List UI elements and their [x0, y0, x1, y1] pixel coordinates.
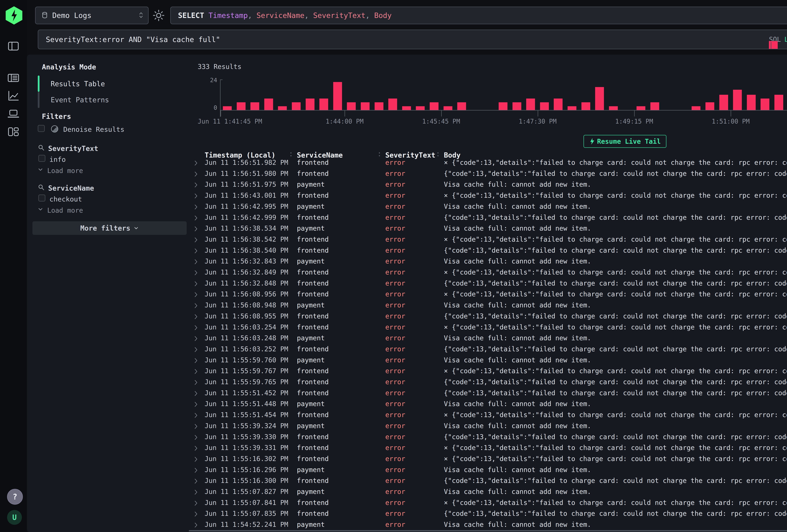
logo-icon[interactable]: [6, 6, 22, 25]
row-expand-icon[interactable]: [194, 489, 199, 494]
row-expand-icon[interactable]: [194, 434, 199, 440]
search-icon[interactable]: [38, 144, 45, 152]
chart-bars[interactable]: [220, 80, 787, 110]
row-expand-icon[interactable]: [194, 467, 199, 472]
row-expand-icon[interactable]: [194, 236, 199, 242]
log-row[interactable]: Jun 11 1:56:32.849 PMfrontenderror× {"co…: [189, 267, 787, 278]
mode-results-table[interactable]: Results Table: [51, 80, 105, 88]
row-expand-icon[interactable]: [194, 302, 199, 308]
row-expand-icon[interactable]: [194, 258, 199, 264]
log-row[interactable]: Jun 11 1:56:42.995 PMpaymenterrorVisa ca…: [189, 201, 787, 212]
log-row[interactable]: Jun 11 1:55:59.765 PMfrontenderror{"code…: [189, 376, 787, 387]
service-checkout-checkbox[interactable]: [38, 194, 45, 201]
gear-icon[interactable]: [153, 10, 164, 21]
service-load-more[interactable]: Load more: [47, 207, 83, 214]
severity-info-checkbox[interactable]: [38, 155, 45, 162]
mode-event-patterns[interactable]: Event Patterns: [51, 96, 109, 104]
row-expand-icon[interactable]: [194, 412, 199, 418]
row-expand-icon[interactable]: [194, 171, 199, 176]
horizontal-scrollbar[interactable]: [189, 530, 787, 531]
search-icon[interactable]: [38, 184, 45, 192]
row-expand-icon[interactable]: [194, 390, 199, 396]
row-expand-icon[interactable]: [194, 456, 199, 462]
log-row[interactable]: Jun 11 1:55:16.302 PMfrontenderror× {"co…: [189, 453, 787, 464]
log-row[interactable]: Jun 11 1:56:42.999 PMfrontenderror{"code…: [189, 212, 787, 223]
log-row[interactable]: Jun 11 1:56:03.252 PMfrontenderror{"code…: [189, 343, 787, 355]
log-row[interactable]: Jun 11 1:56:32.848 PMfrontenderror{"code…: [189, 278, 787, 289]
row-expand-icon[interactable]: [194, 269, 199, 275]
select-query-input[interactable]: SELECT Timestamp, ServiceName, SeverityT…: [170, 7, 787, 24]
log-row[interactable]: Jun 11 1:56:43.001 PMfrontenderror× {"co…: [189, 190, 787, 201]
log-row[interactable]: Jun 11 1:55:39.331 PMfrontenderror× {"co…: [189, 442, 787, 453]
log-row[interactable]: Jun 11 1:56:32.843 PMpaymenterrorVisa ca…: [189, 256, 787, 267]
row-expand-icon[interactable]: [194, 324, 199, 330]
log-row[interactable]: Jun 11 1:55:07.841 PMfrontenderror× {"co…: [189, 497, 787, 508]
row-expand-icon[interactable]: [194, 335, 199, 341]
log-row[interactable]: Jun 11 1:55:59.767 PMfrontenderror× {"co…: [189, 365, 787, 376]
row-expand-icon[interactable]: [194, 401, 199, 407]
log-row[interactable]: Jun 11 1:55:07.827 PMpaymenterrorVisa ca…: [189, 486, 787, 497]
more-filters-button[interactable]: More filters: [33, 221, 187, 235]
row-expand-icon[interactable]: [194, 192, 199, 198]
logs-icon[interactable]: [7, 71, 20, 85]
log-row[interactable]: Jun 11 1:55:07.835 PMfrontenderror{"code…: [189, 508, 787, 519]
column-dots-icon[interactable]: [291, 152, 292, 153]
row-expand-icon[interactable]: [194, 368, 199, 374]
log-row[interactable]: Jun 11 1:55:51.454 PMfrontenderror× {"co…: [189, 409, 787, 420]
row-expand-icon[interactable]: [194, 357, 199, 363]
denoise-checkbox[interactable]: [38, 125, 45, 132]
log-row[interactable]: Jun 11 1:55:39.324 PMpaymenterrorVisa ca…: [189, 420, 787, 431]
dashboard-icon[interactable]: [7, 125, 20, 139]
log-row[interactable]: Jun 11 1:56:38.542 PMfrontenderror× {"co…: [189, 234, 787, 245]
row-expand-icon[interactable]: [194, 511, 199, 516]
column-dots-icon[interactable]: [379, 152, 380, 153]
log-row[interactable]: Jun 11 1:55:16.300 PMfrontenderror{"code…: [189, 475, 787, 486]
row-expand-icon[interactable]: [194, 280, 199, 286]
severity-load-more[interactable]: Load more: [47, 167, 83, 174]
row-expand-icon[interactable]: [194, 159, 199, 165]
row-expand-icon[interactable]: [194, 522, 199, 527]
row-expand-icon[interactable]: [194, 500, 199, 505]
query-language-toggle[interactable]: SQL | Lucene: [769, 36, 787, 43]
log-row[interactable]: Jun 11 1:56:51.982 PMfrontenderror× {"co…: [189, 157, 787, 168]
resume-live-tail-button[interactable]: Resume Live Tail: [583, 135, 666, 148]
search-input[interactable]: SeverityText:error AND "Visa cache full"…: [38, 29, 787, 49]
row-expand-icon[interactable]: [194, 248, 199, 253]
service-checkout-label[interactable]: checkout: [49, 195, 82, 203]
log-row[interactable]: Jun 11 1:56:38.534 PMpaymenterrorVisa ca…: [189, 223, 787, 234]
log-row[interactable]: Jun 11 1:56:38.540 PMfrontenderror{"code…: [189, 245, 787, 256]
row-expand-icon[interactable]: [194, 226, 199, 231]
column-dots-icon[interactable]: [438, 152, 439, 153]
row-expand-icon[interactable]: [194, 445, 199, 450]
row-expand-icon[interactable]: [194, 313, 199, 319]
log-row[interactable]: Jun 11 1:56:51.980 PMfrontenderror{"code…: [189, 168, 787, 179]
filter-group-severitytext[interactable]: SeverityText: [48, 145, 98, 152]
row-expand-icon[interactable]: [194, 346, 199, 352]
row-expand-icon[interactable]: [194, 215, 199, 220]
log-row[interactable]: Jun 11 1:54:52.241 PMpaymenterrorVisa ca…: [189, 519, 787, 530]
row-expand-icon[interactable]: [194, 423, 199, 429]
source-select[interactable]: Demo Logs: [35, 7, 149, 24]
log-row[interactable]: Jun 11 1:56:51.975 PMpaymenterrorVisa ca…: [189, 179, 787, 190]
log-row[interactable]: Jun 11 1:55:39.330 PMfrontenderror{"code…: [189, 431, 787, 442]
panel-icon[interactable]: [7, 39, 20, 53]
log-row[interactable]: Jun 11 1:56:03.254 PMfrontenderror× {"co…: [189, 322, 787, 333]
log-row[interactable]: Jun 11 1:55:51.452 PMfrontenderror{"code…: [189, 387, 787, 398]
row-expand-icon[interactable]: [194, 182, 199, 187]
log-row[interactable]: Jun 11 1:56:08.956 PMfrontenderror× {"co…: [189, 289, 787, 300]
lucene-toggle[interactable]: Lucene: [784, 36, 787, 43]
sessions-icon[interactable]: [7, 107, 20, 121]
log-row[interactable]: Jun 11 1:56:08.948 PMpaymenterrorVisa ca…: [189, 300, 787, 311]
log-row[interactable]: Jun 11 1:56:08.955 PMfrontenderror{"code…: [189, 311, 787, 322]
log-row[interactable]: Jun 11 1:55:51.448 PMpaymenterrorVisa ca…: [189, 398, 787, 409]
help-button[interactable]: ?: [7, 489, 23, 505]
row-expand-icon[interactable]: [194, 291, 199, 297]
log-row[interactable]: Jun 11 1:56:03.248 PMpaymenterrorVisa ca…: [189, 333, 787, 343]
severity-info-label[interactable]: info: [49, 155, 66, 163]
row-expand-icon[interactable]: [194, 204, 199, 209]
filter-group-servicename[interactable]: ServiceName: [48, 184, 94, 192]
row-expand-icon[interactable]: [194, 379, 199, 385]
log-row[interactable]: Jun 11 1:55:59.760 PMpaymenterrorVisa ca…: [189, 355, 787, 365]
avatar[interactable]: U: [7, 510, 22, 525]
chart-icon[interactable]: [7, 89, 20, 103]
